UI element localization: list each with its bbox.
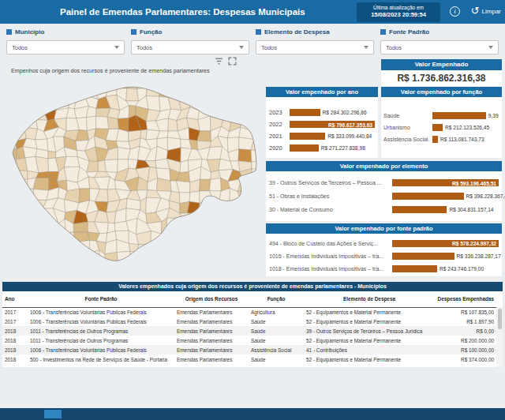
municipality-shape[interactable]	[208, 234, 218, 242]
municipality-shape[interactable]	[249, 253, 262, 263]
municipality-shape[interactable]	[17, 189, 28, 201]
municipality-shape[interactable]	[45, 260, 58, 276]
municipality-shape[interactable]	[5, 198, 17, 212]
municipality-shape[interactable]	[238, 149, 252, 163]
municipality-shape[interactable]	[218, 85, 233, 99]
municipality-shape[interactable]	[259, 96, 262, 111]
municipality-shape[interactable]	[210, 88, 220, 99]
municipality-shape[interactable]	[36, 260, 47, 276]
municipality-shape[interactable]	[200, 97, 211, 111]
municipality-shape[interactable]	[146, 88, 160, 97]
municipality-shape[interactable]	[15, 171, 28, 181]
municipality-shape[interactable]	[180, 160, 189, 173]
active-page-tab[interactable]	[44, 410, 62, 418]
table-row[interactable]: 2018500 - Investimentos na Rede de Servi…	[2, 354, 496, 364]
municipality-shape[interactable]	[94, 272, 110, 276]
municipality-shape[interactable]	[210, 210, 219, 219]
municipality-shape[interactable]	[24, 230, 36, 242]
municipality-shape[interactable]	[223, 109, 232, 120]
municipality-shape[interactable]	[76, 240, 90, 253]
municipality-shape[interactable]	[58, 260, 69, 276]
municipality-shape[interactable]	[220, 264, 233, 275]
bar[interactable]	[290, 109, 320, 116]
municipality-shape[interactable]	[200, 179, 211, 191]
municipality-shape[interactable]	[261, 136, 262, 152]
column-header[interactable]: Função	[249, 291, 304, 307]
municipality-shape[interactable]	[261, 150, 262, 162]
municipality-shape[interactable]	[156, 80, 172, 91]
municipality-shape[interactable]	[5, 219, 17, 234]
municipality-shape[interactable]	[13, 270, 26, 276]
municipality-shape[interactable]	[218, 231, 234, 242]
bar[interactable]	[432, 112, 486, 119]
column-header[interactable]: Fonte Padrão	[28, 291, 174, 307]
municipality-shape[interactable]	[84, 272, 95, 276]
municipality-shape[interactable]	[12, 115, 24, 128]
municipality-shape[interactable]	[146, 96, 160, 111]
municipality-shape[interactable]	[167, 261, 181, 274]
table-row[interactable]: 20181011 - Transferências de Outros Prog…	[2, 326, 496, 336]
municipality-shape[interactable]	[105, 253, 118, 264]
municipality-shape[interactable]	[229, 85, 244, 97]
municipality-shape[interactable]	[147, 77, 160, 89]
municipality-shape[interactable]	[107, 117, 119, 129]
municipality-shape[interactable]	[69, 85, 77, 98]
bar[interactable]: R$ 796.617.353,63	[290, 121, 375, 128]
municipality-shape[interactable]	[118, 77, 127, 88]
municipality-shape[interactable]	[208, 77, 219, 90]
column-header[interactable]: Despesas Empenhadas	[435, 291, 496, 307]
municipality-shape[interactable]	[250, 222, 260, 231]
municipality-shape[interactable]	[241, 77, 252, 89]
municipality-shape[interactable]	[252, 87, 259, 99]
municipality-shape[interactable]	[178, 85, 189, 99]
municipality-shape[interactable]	[248, 200, 262, 214]
municipality-shape[interactable]	[5, 148, 17, 160]
municipality-shape[interactable]	[201, 87, 212, 99]
municipality-shape[interactable]	[261, 159, 262, 170]
municipality-shape[interactable]	[229, 97, 240, 111]
municipality-shape[interactable]	[56, 242, 67, 255]
municipality-shape[interactable]	[217, 210, 227, 222]
municipality-shape[interactable]	[197, 273, 213, 276]
municipality-shape[interactable]	[200, 78, 212, 90]
municipality-shape[interactable]	[219, 250, 233, 264]
municipality-shape[interactable]	[6, 85, 18, 100]
table-row[interactable]: 20181011 - Transferências de Outros Prog…	[2, 336, 496, 345]
municipality-shape[interactable]	[187, 261, 200, 272]
municipality-shape[interactable]	[251, 150, 262, 163]
municipality-shape[interactable]	[64, 275, 79, 276]
municipality-shape[interactable]	[36, 219, 47, 232]
table-row[interactable]: 20181006 - Transferências Voluntárias Pú…	[2, 345, 496, 354]
municipality-shape[interactable]	[43, 223, 58, 231]
municipality-shape[interactable]	[189, 220, 203, 234]
bar[interactable]	[392, 193, 464, 200]
municipality-shape[interactable]	[159, 260, 168, 276]
municipality-shape[interactable]	[250, 188, 260, 201]
municipality-shape[interactable]	[239, 260, 250, 272]
municipality-shape[interactable]	[24, 200, 35, 214]
column-header[interactable]: Origem dos Recursos	[174, 291, 249, 307]
municipality-shape[interactable]	[44, 231, 58, 244]
bar[interactable]	[290, 133, 325, 140]
municipality-shape[interactable]	[230, 271, 240, 276]
municipality-shape[interactable]	[238, 178, 253, 191]
municipality-shape[interactable]	[218, 219, 232, 234]
municipality-shape[interactable]	[251, 116, 262, 130]
municipality-shape[interactable]	[23, 77, 35, 88]
municipality-shape[interactable]	[116, 262, 130, 274]
municipality-shape[interactable]	[259, 78, 262, 88]
municipality-shape[interactable]	[23, 84, 38, 97]
municipality-shape[interactable]	[230, 107, 241, 121]
municipality-shape[interactable]	[242, 240, 253, 253]
municipality-shape[interactable]	[5, 171, 15, 182]
municipality-shape[interactable]	[75, 249, 89, 260]
municipality-shape[interactable]	[190, 238, 199, 255]
municipality-shape[interactable]	[108, 77, 118, 90]
municipality-shape[interactable]	[86, 260, 99, 273]
municipality-shape[interactable]	[55, 231, 67, 243]
municipality-shape[interactable]	[6, 99, 15, 107]
municipality-shape[interactable]	[136, 259, 150, 271]
municipality-shape[interactable]	[24, 96, 38, 111]
municipality-shape[interactable]	[188, 85, 202, 97]
municipality-shape[interactable]	[227, 210, 241, 222]
